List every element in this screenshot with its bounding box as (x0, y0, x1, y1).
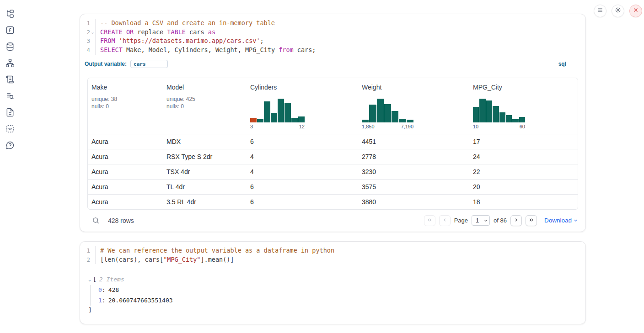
histogram-bar (298, 116, 305, 122)
histogram-bar (486, 100, 492, 122)
hamburger-icon (597, 7, 603, 15)
histogram-bar (284, 103, 291, 122)
page-label: Page (454, 217, 468, 224)
download-button[interactable]: Download (544, 217, 578, 224)
prev-page-button[interactable] (439, 215, 451, 226)
hist-min-label: 10 (473, 124, 478, 129)
histogram-bar (407, 120, 413, 122)
table-row[interactable]: Acura TSX 4dr 4 3230 22 (88, 164, 578, 179)
chevron-down-icon (573, 217, 578, 224)
histogram-bar (271, 113, 277, 122)
sidebar-item-logs[interactable] (5, 91, 16, 102)
column-stat: unique: 425 (166, 95, 243, 103)
python-cell: 1# We can reference the output variable … (80, 241, 586, 324)
histogram-bar (377, 99, 384, 122)
histogram-bar (519, 117, 525, 122)
column-stat: nulls: 0 (166, 103, 243, 110)
table-header: Make unique: 38 nulls: 0 Model unique: 4… (88, 78, 578, 134)
sidebar-item-files[interactable] (5, 9, 16, 20)
histogram-bar (369, 105, 376, 122)
column-stat: unique: 38 (91, 95, 159, 103)
tree-item: 1:20.060747663551403 (98, 296, 577, 306)
code-line[interactable]: 1-- Download a CSV and create an in-memo… (80, 19, 585, 28)
collapse-chevron-icon[interactable]: ⌄ (88, 275, 91, 284)
chevrons-left-icon (427, 217, 433, 225)
column-header-weight[interactable]: Weight 1,8507,190 (358, 78, 469, 134)
chevrons-right-icon (528, 217, 534, 225)
hist-min-label: 1,850 (362, 124, 375, 129)
histogram-bar (473, 107, 479, 122)
menu-button[interactable] (594, 5, 606, 17)
python-editor[interactable]: 1# We can reference the output variable … (80, 242, 585, 267)
search-icon[interactable] (92, 217, 100, 224)
function-icon (5, 26, 15, 37)
cylinders-histogram[interactable]: 312 (250, 99, 305, 129)
sidebar-item-help[interactable] (5, 141, 16, 152)
close-icon (633, 7, 639, 15)
weight-histogram[interactable]: 1,8507,190 (362, 99, 413, 129)
settings-button[interactable] (612, 5, 624, 17)
line-number: 3 (80, 37, 90, 46)
scroll-icon (5, 75, 15, 86)
fold-chevron-icon[interactable]: ⌄ (90, 28, 96, 37)
column-stat: nulls: 0 (91, 103, 159, 110)
table-row[interactable]: Acura 3.5 RL 4dr 6 3880 18 (88, 194, 578, 209)
histogram-bar (499, 112, 505, 122)
notebook: 1-- Download a CSV and create an in-memo… (80, 14, 586, 324)
tree-item: 0:428 (98, 285, 577, 296)
sidebar-item-dependencies[interactable] (5, 58, 16, 69)
file-text-icon (5, 108, 15, 119)
help-bubble-icon (5, 141, 15, 152)
tree-children: 0:428 1:20.060747663551403 (90, 285, 577, 306)
code-line[interactable]: 3FROM 'https://datasets.marimo.app/cars.… (80, 37, 585, 46)
code-line[interactable]: 2⌄CREATE OR replace TABLE cars as (80, 28, 585, 37)
table-footer: 428 rows Page 1 of 86 (87, 210, 578, 232)
column-header-make[interactable]: Make unique: 38 nulls: 0 (88, 78, 163, 134)
sidebar (0, 0, 20, 333)
page-total-label: of 86 (494, 217, 507, 224)
last-page-button[interactable] (526, 215, 537, 226)
sql-meta-row: Output variable: sql (80, 58, 585, 71)
data-table: Make unique: 38 nulls: 0 Model unique: 4… (87, 78, 578, 210)
column-header-cylinders[interactable]: Cylinders 312 (247, 78, 358, 134)
page-select[interactable]: 1 (472, 215, 490, 226)
file-tree-icon (5, 9, 15, 20)
row-count: 428 rows (108, 217, 134, 224)
code-line[interactable]: 2[len(cars), cars["MPG_City"].mean()] (80, 255, 585, 264)
language-badge: sql (558, 61, 581, 67)
table-row[interactable]: Acura RSX Type S 2dr 4 2778 24 (88, 149, 578, 164)
first-page-button[interactable] (424, 215, 435, 226)
histogram-bar (250, 118, 257, 122)
sidebar-item-datasources[interactable] (5, 42, 16, 53)
mpg-city-histogram[interactable]: 1060 (473, 99, 525, 129)
column-header-mpg-city[interactable]: MPG_City 1060 (469, 78, 578, 134)
table-row[interactable]: Acura MDX 6 4451 17 (88, 134, 578, 149)
histogram-bar (278, 99, 284, 122)
hist-max-label: 7,190 (401, 124, 413, 129)
sidebar-item-scratchpad[interactable] (5, 75, 16, 86)
column-header-model[interactable]: Model unique: 425 nulls: 0 (163, 78, 247, 134)
pagination: Page 1 of 86 Download (424, 215, 578, 226)
sidebar-item-snippets[interactable] (5, 124, 16, 135)
code-line[interactable]: 1# We can reference the output variable … (80, 246, 585, 255)
network-graph-icon (5, 58, 15, 69)
histogram-bar (512, 119, 518, 122)
sidebar-item-variables[interactable] (5, 26, 16, 37)
list-search-icon (5, 91, 15, 102)
next-page-button[interactable] (510, 215, 522, 226)
code-line[interactable]: 4SELECT Make, Model, Cylinders, Weight, … (80, 46, 585, 55)
histogram-bar (506, 115, 512, 122)
shutdown-button[interactable] (629, 5, 642, 17)
sql-editor[interactable]: 1-- Download a CSV and create an in-memo… (80, 14, 585, 58)
histogram-bar (493, 106, 499, 122)
table-row[interactable]: Acura TL 4dr 6 3575 20 (88, 179, 578, 194)
histogram-bars (362, 99, 413, 122)
line-number: 1 (80, 19, 90, 28)
histogram-bar (257, 119, 263, 122)
line-number: 2 (80, 255, 90, 264)
code-snippet-icon (5, 124, 15, 135)
python-output: ⌄ [ 2 Items 0:428 1:20.060747663551403 ] (80, 267, 585, 324)
output-variable-input[interactable] (130, 60, 168, 68)
tree-root: ⌄ [ 2 Items (88, 275, 577, 284)
sidebar-item-documentation[interactable] (5, 108, 16, 119)
